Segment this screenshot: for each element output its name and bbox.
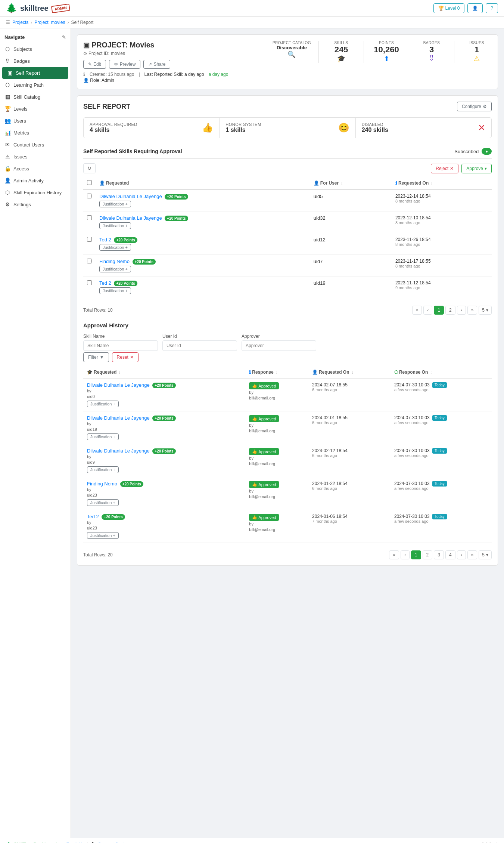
sidebar-item-badges[interactable]: 🎖Badges [0,55,71,67]
hist-per-page-select[interactable]: 5 ▾ [479,550,492,559]
sidebar-item-levels[interactable]: 🏆Levels [0,103,71,115]
reset-button[interactable]: Reset ✕ [112,352,139,362]
hist-first-page-btn[interactable]: « [389,550,399,559]
skill-link[interactable]: Dilwale Dulhania Le Jayenge [99,215,162,221]
history-total-rows: Total Rows: 20 [83,552,113,558]
hist-resp-user: bill@email.org [249,527,275,532]
sidebar-label-badges: Badges [13,58,30,64]
sidebar-item-subjects[interactable]: ⬡Subjects [0,43,71,55]
date-cell: 2023-11-26 18:54 8 months ago [392,233,492,255]
page-1-btn[interactable]: 1 [434,306,444,315]
justification-button[interactable]: Justification + [99,244,131,251]
justification-button[interactable]: Justification + [99,201,131,207]
sidebar-item-users[interactable]: 👥Users [0,115,71,127]
hist-next-page-btn[interactable]: › [457,550,466,559]
hist-justification-button[interactable]: Justification + [87,433,119,440]
sidebar-item-metrics[interactable]: 📊Metrics [0,127,71,139]
row-checkbox[interactable] [87,259,92,263]
hist-skill-link[interactable]: Dilwale Dulhania Le Jayenge [87,382,150,388]
per-page-select[interactable]: 5 ▾ [479,306,492,315]
prev-page-btn[interactable]: ‹ [423,306,432,315]
hist-skill-link[interactable]: Ted 2 [87,514,99,519]
hist-response-cell: 👍 Approved by bill@email.org [245,378,308,411]
edit-button[interactable]: ✎ Edit [83,60,106,69]
hist-justification-button[interactable]: Justification + [87,401,119,407]
last-page-btn[interactable]: » [467,306,477,315]
points-icon: ⬆ [371,55,401,63]
help-button[interactable]: ? [486,3,498,13]
justification-button[interactable]: Justification + [99,266,131,272]
sidebar-item-contact-users[interactable]: ✉Contact Users [0,139,71,151]
date-ago: 9 months ago [395,285,488,290]
hist-points-badge: +20 Points [102,514,125,520]
hist-justification-button[interactable]: Justification + [87,466,119,473]
filter-button[interactable]: Filter ▼ [83,352,109,362]
hist-justification-button[interactable]: Justification + [87,499,119,506]
justification-button[interactable]: Justification + [99,222,131,229]
hist-page-4-btn[interactable]: 4 [445,550,455,559]
user-id-input[interactable] [162,340,237,351]
breadcrumb-project[interactable]: Project: movies [34,20,65,25]
hist-last-page-btn[interactable]: » [467,550,477,559]
table-row: Ted 2 +20 Points Justification + uid19 2… [83,277,492,298]
preview-button[interactable]: 👁 Preview [109,60,141,69]
breadcrumb-projects[interactable]: Projects [12,20,28,25]
learning-path-icon: ⬡ [4,82,10,88]
hist-justification-button[interactable]: Justification + [87,532,119,539]
skill-link[interactable]: Ted 2 [99,280,111,286]
hist-skill-link[interactable]: Dilwale Dulhania Le Jayenge [87,415,150,421]
hist-prev-page-btn[interactable]: ‹ [401,550,410,559]
sidebar-item-settings[interactable]: ⚙Settings [0,198,71,210]
stat-divider4 [454,41,454,63]
row-checkbox[interactable] [87,280,92,285]
thumbs-up-icon: 👍 [202,123,213,133]
hist-page-2-btn[interactable]: 2 [423,550,433,559]
hist-resp-date: 2024-07-30 10:03 Today [394,514,488,519]
user-icon-header: 👤 [99,180,105,186]
justification-button[interactable]: Justification + [99,287,131,294]
level-button[interactable]: 🏆 Level 0 [433,3,465,13]
hist-page-3-btn[interactable]: 3 [434,550,444,559]
next-page-btn[interactable]: › [457,306,466,315]
skill-link[interactable]: Finding Nemo [99,259,130,264]
row-checkbox[interactable] [87,237,92,242]
skill-link[interactable]: Ted 2 [99,237,111,243]
hist-page-1-btn[interactable]: 1 [411,550,421,559]
row-checkbox[interactable] [87,194,92,198]
refresh-button[interactable]: ↻ [83,163,96,173]
history-row: Ted 2 +20 Points by uid23 Justification … [83,510,492,543]
plus-icon: + [125,202,127,206]
row-checkbox[interactable] [87,215,92,220]
sidebar-item-admin-activity[interactable]: 👤Admin Activity [0,175,71,186]
user-id: uid7 [314,259,323,264]
approver-input[interactable] [242,340,316,351]
hist-skill-link[interactable]: Dilwale Dulhania Le Jayenge [87,448,150,454]
select-all-checkbox[interactable] [87,180,92,185]
toggle-switch[interactable]: ● [482,148,492,155]
hist-user-info: uid19 [87,427,97,432]
sidebar-label-access: Access [13,166,29,172]
hist-response-header: ℹ Response ↕ [245,367,308,378]
skill-name-input[interactable] [83,340,158,351]
sidebar-item-learning-path[interactable]: ⬡Learning Path [0,79,71,91]
page-2-btn[interactable]: 2 [445,306,455,315]
sidebar-label-issues: Issues [13,154,28,160]
skill-link[interactable]: Dilwale Dulhania Le Jayenge [99,194,162,199]
table-toolbar: ↻ Reject ✕ Approve ▾ [83,163,492,173]
reject-button[interactable]: Reject ✕ [431,164,458,173]
row-checkbox-cell [83,233,96,255]
sidebar-item-access[interactable]: 🔒Access [0,163,71,175]
sidebar-item-skill-catalog[interactable]: ▦Skill Catalog [0,91,71,103]
first-page-btn[interactable]: « [412,306,422,315]
configure-button[interactable]: Configure ⚙ [457,102,492,111]
edit-icon[interactable]: ✎ [62,34,66,40]
approve-button[interactable]: Approve ▾ [461,164,492,173]
sidebar-item-issues[interactable]: ⚠Issues [0,151,71,163]
hist-skill-link[interactable]: Finding Nemo [87,481,117,487]
profile-button[interactable]: 👤 [467,3,483,13]
sidebar-item-skill-expiration[interactable]: ⬡Skill Expiration History [0,186,71,198]
sidebar-item-self-report[interactable]: ▣Self Report [2,67,68,79]
today-badge: Today [432,514,447,519]
hist-sort-resp: ↕ [276,370,278,374]
share-button[interactable]: ↗ Share [143,60,170,69]
